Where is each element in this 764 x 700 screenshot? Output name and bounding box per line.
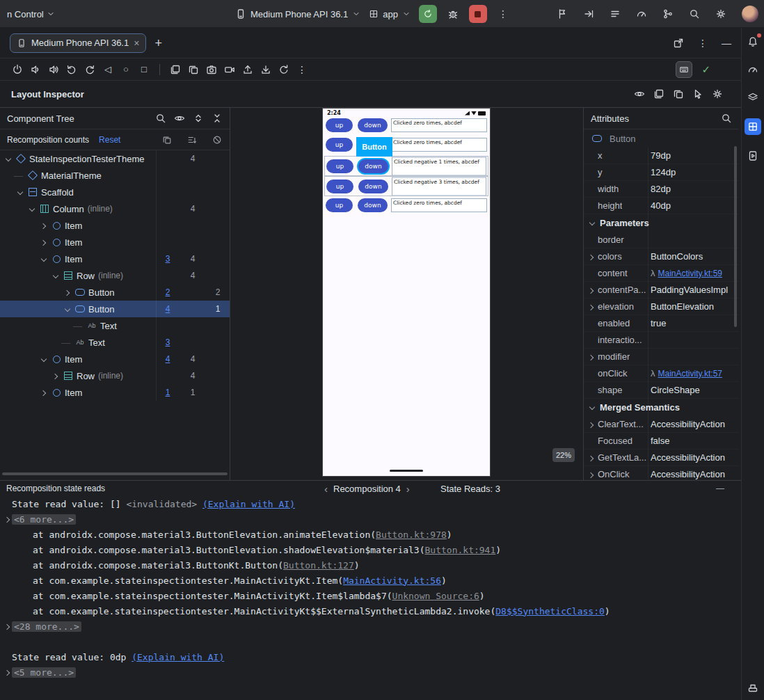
- event-list-icon[interactable]: [610, 8, 621, 19]
- kebab-icon[interactable]: ⋮: [296, 63, 308, 76]
- down-button[interactable]: down: [358, 159, 388, 173]
- explain-with-ai-link[interactable]: (Explain with AI): [202, 499, 295, 509]
- up-button[interactable]: up: [326, 198, 353, 212]
- up-button[interactable]: up: [326, 180, 353, 193]
- tray-icon[interactable]: [746, 681, 760, 694]
- up-button[interactable]: up: [326, 159, 353, 173]
- collapse-all-icon[interactable]: [212, 113, 223, 124]
- source-link[interactable]: Button.kt:941: [425, 545, 496, 555]
- tree-row[interactable]: Column(inline)4: [0, 200, 230, 217]
- share-arrow-icon[interactable]: [583, 8, 594, 19]
- selected-node-row[interactable]: Button: [584, 129, 739, 148]
- recomposition-count-link[interactable]: 3: [161, 254, 174, 264]
- chevron-right-icon[interactable]: [5, 623, 11, 630]
- back-icon[interactable]: ◁: [102, 63, 114, 76]
- screenshot-layers-icon[interactable]: [169, 63, 182, 76]
- flag-icon[interactable]: [557, 8, 568, 19]
- volume-down-icon[interactable]: [29, 63, 42, 76]
- attribute-row[interactable]: width82dp: [584, 181, 739, 198]
- overview-icon[interactable]: □: [138, 63, 150, 76]
- recomposition-count-link[interactable]: 4: [161, 354, 174, 364]
- attribute-row[interactable]: OnClickAccessibilityAction: [584, 466, 739, 480]
- run-config-selector[interactable]: app: [369, 9, 411, 19]
- up-button[interactable]: up: [326, 138, 353, 152]
- chevron-right-icon[interactable]: [589, 422, 595, 428]
- layout-inspector-tool-icon[interactable]: [745, 118, 761, 135]
- attribute-row[interactable]: enabledtrue: [584, 315, 739, 332]
- tree-row[interactable]: Item: [0, 217, 230, 234]
- fold-label[interactable]: <28 more...>: [12, 621, 81, 632]
- recomposition-count-link[interactable]: 2: [161, 287, 174, 297]
- pick-element-icon[interactable]: [692, 88, 703, 100]
- attribute-row[interactable]: border: [584, 232, 739, 248]
- expand-all-icon[interactable]: [193, 113, 204, 124]
- attribute-row[interactable]: contentPa...PaddingValuesImpl: [584, 282, 739, 299]
- down-button[interactable]: down: [358, 198, 388, 212]
- attribute-row[interactable]: y124dp: [584, 164, 739, 181]
- hide-panel-icon[interactable]: —: [722, 38, 731, 48]
- tree-row[interactable]: Item: [0, 234, 230, 250]
- down-button[interactable]: down: [358, 180, 388, 193]
- close-icon[interactable]: ×: [134, 38, 139, 48]
- tree-row[interactable]: Item44: [0, 351, 230, 367]
- stack-icon[interactable]: [746, 90, 760, 104]
- chevron-right-icon[interactable]: [5, 669, 11, 676]
- attribute-row[interactable]: elevationButtonElevation: [584, 299, 739, 315]
- source-link[interactable]: MainActivity.kt:57: [658, 369, 722, 379]
- rerun-button[interactable]: [419, 5, 437, 23]
- chevron-down-icon[interactable]: [41, 356, 47, 363]
- user-avatar[interactable]: [742, 6, 758, 22]
- attribute-row[interactable]: GetTextLa...AccessibilityAction: [584, 450, 739, 466]
- tree-row[interactable]: Item11: [0, 384, 230, 401]
- tree-row[interactable]: StateInspectionTesterTheme4: [0, 150, 230, 167]
- volume-up-icon[interactable]: [47, 63, 60, 76]
- rotate-right-icon[interactable]: [83, 63, 96, 76]
- debug-button[interactable]: [445, 5, 461, 23]
- hide-panel-icon[interactable]: —: [716, 484, 724, 493]
- add-device-tab-button[interactable]: +: [154, 37, 162, 49]
- search-icon[interactable]: [721, 113, 732, 124]
- sort-icon[interactable]: [187, 135, 197, 145]
- chevron-right-icon[interactable]: [589, 304, 595, 310]
- tree-row[interactable]: Scaffold: [0, 184, 230, 200]
- attribute-row[interactable]: x79dp: [584, 148, 739, 164]
- source-link[interactable]: Unknown Source:6: [392, 591, 479, 601]
- tree-row[interactable]: Row(inline)4: [0, 267, 230, 284]
- recomposition-count-link[interactable]: 3: [161, 337, 174, 347]
- search-icon[interactable]: [155, 113, 166, 124]
- chevron-down-icon[interactable]: [53, 273, 59, 279]
- attribute-row[interactable]: shapeCircleShape: [584, 382, 739, 399]
- bell-icon[interactable]: [746, 35, 760, 49]
- attribute-row[interactable]: colorsButtonColors: [584, 248, 739, 265]
- eye-icon[interactable]: [634, 88, 645, 100]
- chevron-right-icon[interactable]: [589, 472, 595, 478]
- tree-row[interactable]: AbText: [0, 317, 230, 334]
- home-icon[interactable]: ○: [120, 63, 132, 76]
- vertical-scrollbar[interactable]: [734, 146, 737, 327]
- gear-icon[interactable]: [715, 8, 726, 19]
- device-selector[interactable]: Medium Phone API 36.1: [235, 8, 360, 19]
- previous-recomposition-icon[interactable]: ‹: [324, 484, 328, 494]
- attribute-row[interactable]: height40dp: [584, 198, 739, 214]
- up-button[interactable]: up: [326, 118, 353, 132]
- fold-label[interactable]: <6 more...>: [12, 514, 76, 525]
- source-link[interactable]: MainActivity.kt:59: [658, 269, 722, 278]
- copy-icon[interactable]: [673, 88, 684, 100]
- tree-row[interactable]: Item34: [0, 250, 230, 267]
- gear-icon[interactable]: [712, 88, 723, 100]
- reset-counts-link[interactable]: Reset: [99, 135, 120, 145]
- down-button[interactable]: down: [358, 118, 388, 132]
- camera-icon[interactable]: [205, 63, 218, 76]
- device-screen[interactable]: 2:24 updownClicked zero times, abcdefupd…: [322, 108, 491, 477]
- source-link[interactable]: Button.kt:127: [283, 560, 354, 571]
- power-icon[interactable]: [11, 63, 24, 76]
- chevron-down-icon[interactable]: [41, 256, 47, 262]
- attributes-section-header[interactable]: Parameters: [584, 214, 739, 232]
- recomposition-count-link[interactable]: 1: [161, 388, 174, 397]
- gauge-icon[interactable]: [636, 8, 647, 19]
- recomposition-count-link[interactable]: 4: [161, 304, 174, 314]
- attributes-section-header[interactable]: Merged Semantics: [584, 399, 739, 416]
- tree-row[interactable]: Row(inline)4: [0, 367, 230, 384]
- device-tab[interactable]: Medium Phone API 36.1 ×: [10, 33, 146, 53]
- chevron-down-icon[interactable]: [17, 189, 24, 196]
